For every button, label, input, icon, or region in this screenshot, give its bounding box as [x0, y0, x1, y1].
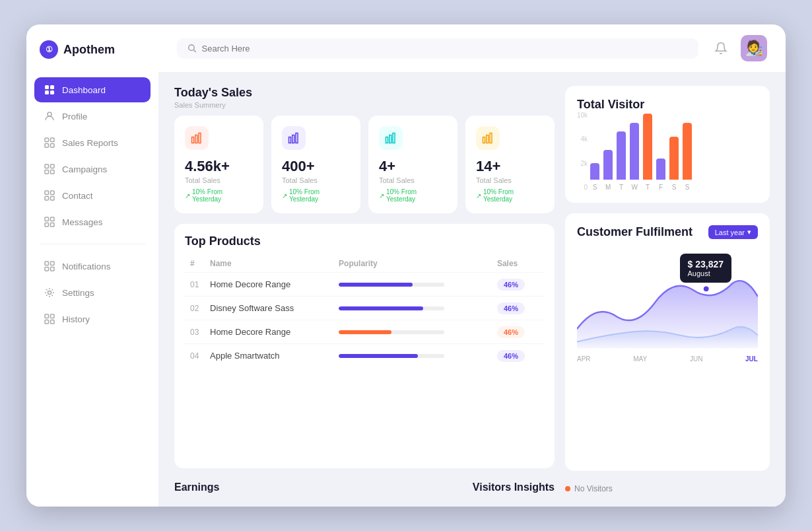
chart-bars: SMTWTFSS	[590, 112, 692, 191]
row-num: 04	[185, 344, 205, 368]
sidebar-item-messages[interactable]: Messages	[34, 209, 151, 234]
main-content: 🧑‍🎨 Today's Sales Sales Summery	[158, 24, 786, 507]
sidebar-item-campaigns[interactable]: Campaigns	[34, 157, 151, 182]
app-container: ① Apothem Dashboard Profile Sales Rep	[26, 24, 786, 507]
svg-rect-26	[45, 314, 49, 318]
logo-text: Apothem	[63, 43, 115, 57]
search-wrapper[interactable]	[177, 38, 698, 59]
svg-point-30	[189, 45, 194, 50]
table-row: 02 Disney Software Sass 46%	[185, 297, 544, 320]
sidebar-item-notifications-label: Notifications	[62, 262, 111, 271]
contact-icon	[44, 190, 55, 201]
sidebar-item-campaigns-label: Campaigns	[62, 164, 107, 174]
card-icon-0	[185, 126, 209, 150]
card-trend-0: ↗10% From Yesterday	[185, 188, 253, 203]
bottom-labels: Earnings Visitors Insights	[174, 479, 555, 493]
svg-line-31	[193, 50, 195, 52]
svg-rect-41	[483, 137, 485, 143]
profile-icon	[44, 110, 55, 122]
last-year-filter[interactable]: Last year ▾	[708, 225, 758, 239]
sidebar-item-sales-reports[interactable]: Sales Reports	[34, 130, 151, 155]
sidebar-item-messages-label: Messages	[62, 217, 103, 227]
bar-group: T	[643, 114, 652, 191]
today-sales-title: Today's Sales	[174, 86, 555, 100]
chart-y-labels: 10k 4k 2k 0	[577, 112, 590, 191]
sidebar-item-profile[interactable]: Profile	[34, 104, 151, 129]
svg-rect-39	[389, 135, 391, 143]
bar-group: S	[590, 163, 599, 191]
dashboard-icon	[44, 84, 55, 96]
avatar[interactable]: 🧑‍🎨	[741, 35, 767, 61]
row-sales: 46%	[492, 297, 544, 320]
card-label-3: Total Sales	[476, 176, 544, 184]
col-sales: Sales	[492, 255, 544, 273]
sidebar-nav-secondary: Notifications Settings History	[26, 254, 158, 332]
svg-point-4	[48, 112, 51, 116]
sidebar-item-contact[interactable]: Contact	[34, 183, 151, 208]
svg-rect-15	[45, 197, 49, 201]
chart-months: APR MAY JUN JUL	[577, 355, 758, 363]
svg-rect-35	[289, 137, 291, 143]
month-may: MAY	[633, 355, 647, 363]
top-products-section: Top Products # Name Popularity Sales	[174, 224, 555, 468]
bar-group: S	[669, 137, 679, 191]
history-icon	[44, 313, 55, 325]
row-popularity	[333, 297, 492, 320]
bar-group: M	[603, 150, 613, 191]
no-visitors-label: No Visitors	[574, 484, 613, 493]
row-name: Disney Software Sass	[205, 297, 333, 320]
svg-rect-34	[199, 133, 201, 143]
card-label-0: Total Sales	[185, 176, 253, 184]
row-num: 03	[185, 320, 205, 344]
bar-day-label: S	[593, 184, 597, 191]
col-popularity: Popularity	[333, 255, 492, 273]
svg-rect-1	[50, 85, 54, 89]
svg-rect-32	[192, 137, 194, 143]
sales-card-0: 4.56k+ Total Sales ↗10% From Yesterday	[174, 116, 263, 213]
svg-rect-38	[386, 137, 388, 143]
sales-card-1: 400+ Total Sales ↗10% From Yesterday	[271, 116, 360, 213]
card-icon-3	[476, 126, 500, 150]
sidebar-item-history[interactable]: History	[34, 306, 151, 332]
card-value-2: 4+	[379, 158, 447, 175]
card-label-2: Total Sales	[379, 176, 447, 184]
bar-group: F	[656, 159, 665, 191]
svg-rect-18	[51, 217, 55, 221]
customer-title: Customer Fulfilment	[577, 225, 693, 239]
table-row: 01 Home Decore Range 46%	[185, 273, 544, 297]
card-value-0: 4.56k+	[185, 158, 253, 175]
svg-rect-10	[51, 164, 55, 168]
bar-group: W	[630, 123, 639, 191]
svg-rect-9	[45, 164, 49, 168]
settings-icon	[44, 287, 55, 299]
sidebar-item-notifications[interactable]: Notifications	[34, 254, 151, 279]
sidebar-item-settings[interactable]: Settings	[34, 280, 151, 305]
bar-group: T	[617, 131, 626, 191]
row-sales: 46%	[492, 320, 544, 344]
month-jul: JUL	[745, 355, 758, 363]
bar-day-label: S	[685, 184, 690, 191]
sidebar-item-dashboard[interactable]: Dashboard	[34, 77, 151, 102]
campaigns-icon	[44, 163, 55, 175]
svg-rect-11	[45, 170, 49, 174]
svg-rect-21	[45, 262, 49, 266]
bar-day-label: T	[646, 184, 650, 191]
bar-day-label: W	[631, 184, 637, 191]
notification-button[interactable]	[709, 36, 733, 60]
line-chart-wrapper: $ 23,827 August	[577, 247, 758, 353]
col-name: Name	[205, 255, 333, 273]
products-table: # Name Popularity Sales 01 Home Decore R…	[185, 255, 544, 367]
month-apr: APR	[577, 355, 591, 363]
sidebar-item-settings-label: Settings	[62, 288, 94, 298]
search-input[interactable]	[202, 44, 688, 53]
month-jun: JUN	[690, 355, 702, 363]
sidebar-item-profile-label: Profile	[62, 112, 87, 122]
svg-rect-33	[195, 135, 197, 143]
svg-rect-0	[45, 85, 49, 89]
bar-orange	[643, 114, 652, 180]
svg-rect-2	[45, 90, 49, 94]
sales-reports-icon	[44, 137, 55, 149]
card-trend-3: ↗10% From Yesterday	[476, 188, 544, 203]
svg-rect-37	[296, 133, 298, 143]
svg-rect-12	[51, 170, 55, 174]
